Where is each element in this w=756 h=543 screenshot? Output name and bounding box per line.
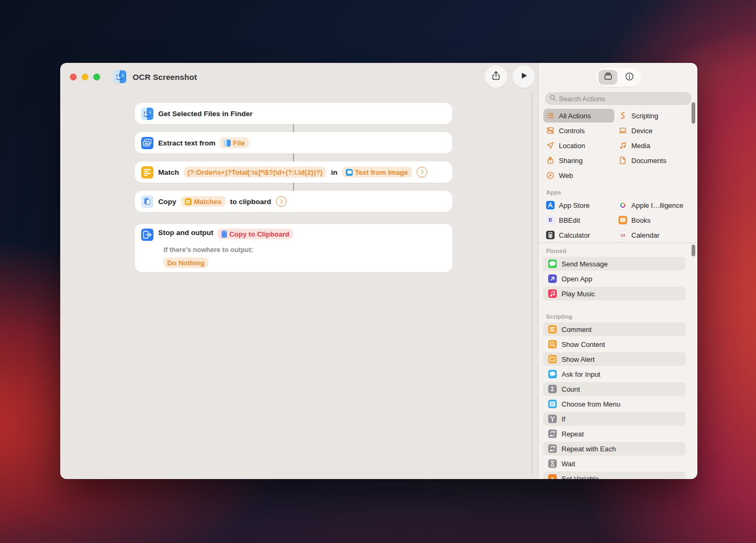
category-location[interactable]: Location: [543, 139, 614, 152]
category-sharing[interactable]: Sharing: [543, 153, 614, 167]
web-icon: [546, 171, 555, 180]
repeat-icon: [548, 429, 557, 438]
sharing-icon: [546, 156, 555, 165]
extract-text-icon: Aa: [141, 137, 153, 149]
stop-and-output-action[interactable]: Stop and outputCopy to ClipboardIf there…: [135, 224, 452, 272]
app-bbedit[interactable]: BBBEdit: [543, 213, 614, 227]
action-label: in: [331, 168, 337, 176]
label: Controls: [559, 127, 584, 135]
category-scripting[interactable]: Scripting: [616, 109, 695, 123]
choose-from-menu-icon: [548, 400, 557, 408]
category-device[interactable]: Device: [616, 124, 695, 137]
set-variable-icon: x: [548, 474, 557, 479]
scripting-action-choose-from-menu[interactable]: Choose from Menu: [543, 397, 686, 411]
apps-section-header: Apps: [546, 189, 561, 196]
parameter-pill-order-s-total-s-d-d-2[interactable]: (?:Order\s+)?Total[:\s]*\$?(\d+(?:\.\d{2…: [184, 167, 326, 177]
scripting-action-wait[interactable]: Wait: [543, 457, 686, 471]
label: Device: [631, 127, 653, 135]
app-calculator[interactable]: Calculator: [543, 228, 614, 242]
get-selected-files-action[interactable]: Get Selected Files in Finder: [135, 103, 452, 124]
label: Comment: [562, 326, 591, 334]
show-content-icon: [548, 340, 557, 349]
category-controls[interactable]: Controls: [543, 124, 614, 137]
match-text-icon: [141, 166, 153, 179]
calculator-icon: [546, 231, 555, 239]
if-icon: [548, 415, 557, 423]
shortcut-details-tab[interactable]: [620, 70, 639, 85]
scripting-action-repeat-with-each[interactable]: Repeat with Each: [543, 442, 686, 456]
category-media[interactable]: Media: [616, 139, 695, 152]
app-calendar[interactable]: 23Calendar: [616, 228, 695, 242]
action-label: Extract text from: [158, 139, 215, 147]
expand-action-button[interactable]: [417, 167, 427, 177]
scripting-action-repeat[interactable]: Repeat: [543, 427, 686, 441]
scripting-icon: [619, 111, 627, 120]
media-icon: [619, 141, 627, 150]
scripting-action-show-content[interactable]: Show Content: [543, 337, 686, 351]
search-actions-field[interactable]: Search Actions: [545, 92, 692, 105]
device-icon: [619, 126, 627, 135]
label: Web: [559, 172, 573, 180]
match-text-action[interactable]: Match(?:Order\s+)?Total[:\s]*\$?(\d+(?:\…: [135, 161, 452, 183]
action-library-tab[interactable]: [598, 70, 617, 85]
action-library-sidebar: Search Actions All ActionsScriptingContr…: [538, 63, 697, 479]
action-library-icon: [603, 71, 613, 84]
extract-text-action[interactable]: AaExtract text fromFile: [135, 132, 452, 153]
scripting-action-set-variable[interactable]: xSet Variable: [543, 472, 686, 479]
scripting-action-comment[interactable]: Comment: [543, 322, 686, 336]
svg-text:Aa: Aa: [144, 141, 149, 145]
condition-label: If there’s nowhere to output:: [164, 246, 253, 254]
action-connector: [293, 153, 294, 161]
parameter-pill-matches[interactable]: Matches: [181, 196, 225, 207]
label: If: [562, 415, 565, 423]
app-books[interactable]: Books: [616, 213, 695, 227]
category-all-actions[interactable]: All Actions: [543, 109, 614, 123]
label: Sharing: [559, 157, 583, 165]
action-label: Match: [158, 168, 179, 176]
parameter-pill-text-from-image[interactable]: Text from Image: [342, 167, 411, 177]
pinned-section-header: Pinned: [546, 248, 566, 254]
pinned-action-open-app[interactable]: Open App: [543, 272, 686, 286]
label: Location: [559, 142, 585, 150]
wait-icon: [548, 459, 557, 468]
label: Ask for Input: [562, 370, 600, 378]
stop-output-icon: [141, 229, 153, 241]
parameter-pill-copy-to-clipboard[interactable]: Copy to Clipboard: [218, 229, 293, 239]
sidebar-divider: [539, 242, 697, 243]
condition-value-pill[interactable]: Do Nothing: [164, 257, 208, 268]
actions-scrollbar-thumb[interactable]: [692, 245, 695, 256]
action-connector: [293, 124, 294, 132]
app-app-store[interactable]: App Store: [543, 198, 614, 212]
calendar-icon: 23: [619, 231, 627, 239]
app-apple-i-lligence[interactable]: Apple I…lligence: [616, 198, 695, 212]
label: Choose from Menu: [562, 400, 621, 408]
label: BBEdit: [559, 216, 580, 224]
label: Repeat: [562, 430, 584, 438]
label: Send Message: [562, 260, 608, 268]
all-actions-icon: [546, 111, 555, 120]
editor-scrollbar-track[interactable]: [531, 93, 533, 474]
apple-intelligence-icon: [619, 201, 627, 209]
scripting-action-count[interactable]: ΣCount: [543, 382, 686, 396]
scripting-action-ask-for-input[interactable]: Ask for Input: [543, 367, 686, 381]
category-web[interactable]: Web: [543, 168, 614, 182]
category-documents[interactable]: Documents: [616, 153, 695, 167]
label: Books: [631, 216, 651, 224]
controls-icon: [546, 126, 555, 135]
sidebar-scrollbar-thumb[interactable]: [692, 102, 695, 124]
scripting-action-if[interactable]: If: [543, 412, 686, 426]
pinned-action-play-music[interactable]: Play Music: [543, 287, 686, 301]
copy-to-clipboard-action[interactable]: CopyMatchesto clipboard: [135, 191, 452, 212]
expand-action-button[interactable]: [276, 196, 287, 207]
pinned-action-send-message[interactable]: Send Message: [543, 257, 686, 271]
label: Repeat with Each: [562, 445, 616, 453]
repeat-with-each-icon: [548, 444, 557, 453]
label: Calendar: [631, 231, 660, 239]
label: Play Music: [562, 290, 595, 298]
search-placeholder: Search Actions: [559, 95, 605, 103]
parameter-pill-file[interactable]: File: [220, 137, 248, 148]
finder-action-icon: [141, 108, 153, 120]
scripting-action-show-alert[interactable]: Show Alert: [543, 352, 686, 366]
shortcuts-window: OCR Screenshot Get Selected Files in Fin…: [60, 63, 697, 479]
open-app-icon: [548, 274, 557, 283]
